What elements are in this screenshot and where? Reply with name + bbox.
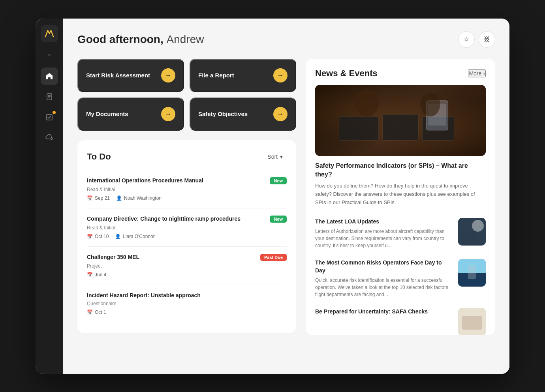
todo-item-1-title: International Operations Procedures Manu… [87, 177, 265, 184]
todo-item-2-date: 📅 Oct 10 [87, 234, 109, 239]
todo-item-3-meta: 📅 Jun 4 [87, 272, 287, 278]
greeting-bold: Good afternoon, [77, 33, 164, 45]
todo-header: To Do Sort ▾ [87, 151, 287, 162]
todo-item-2-meta: 📅 Oct 10 👤 Liam O'Connor [87, 234, 287, 239]
svg-point-11 [355, 88, 378, 116]
svg-point-14 [472, 220, 484, 232]
news-item-1-thumbnail [458, 218, 486, 246]
sidebar: » [36, 19, 63, 374]
todo-item-2: Company Directive: Change to nighttime r… [87, 208, 287, 247]
start-risk-label: Start Risk Assessment [86, 72, 150, 79]
news-more-label: More [469, 70, 481, 77]
chevron-right-icon: › [483, 70, 485, 77]
sort-button[interactable]: Sort ▾ [263, 151, 287, 162]
news-item-1-content: The Latest LOA Updates Letters of Author… [315, 218, 453, 249]
sidebar-item-cloud[interactable] [41, 129, 58, 146]
news-header: News & Events More › [315, 68, 486, 79]
todo-item-3-title: Challenger 350 MEL [87, 254, 256, 260]
cockpit-illustration [315, 85, 486, 156]
todo-item-3-badge: Past Due [260, 254, 287, 261]
news-item-1[interactable]: The Latest LOA Updates Letters of Author… [315, 213, 486, 255]
file-report-button[interactable]: File a Report → [190, 59, 296, 92]
todo-item-2-header: Company Directive: Change to nighttime r… [87, 216, 287, 223]
file-report-arrow: → [273, 68, 288, 83]
left-column: Start Risk Assessment → File a Report → … [77, 59, 296, 335]
todo-item-3-date-value: Jun 4 [95, 272, 106, 278]
my-documents-arrow: → [161, 107, 175, 121]
svg-rect-15 [460, 232, 476, 244]
svg-point-12 [420, 92, 440, 116]
featured-article-title: Safety Performance Indicators (or SPIs) … [315, 161, 486, 179]
safety-objectives-button[interactable]: Safety Objectives → [190, 98, 296, 131]
person-icon: 👤 [116, 195, 122, 201]
todo-item-2-person-name: Liam O'Connor [123, 234, 154, 239]
link-button[interactable]: ⛓ [479, 31, 495, 48]
todo-title: To Do [87, 152, 111, 162]
safety-objectives-label: Safety Objectives [198, 111, 248, 117]
header-actions: ☆ ⛓ [458, 31, 495, 48]
svg-rect-6 [339, 116, 378, 140]
sidebar-expand-button[interactable]: » [41, 49, 58, 61]
todo-item-4: Incident Hazard Report: Unstable approac… [87, 285, 287, 322]
todo-item-4-header: Incident Hazard Report: Unstable approac… [87, 292, 287, 298]
my-documents-button[interactable]: My Documents → [77, 98, 184, 131]
start-risk-assessment-button[interactable]: Start Risk Assessment → [77, 59, 184, 92]
news-card: News & Events More › [306, 59, 495, 335]
svg-rect-18 [468, 265, 476, 279]
todo-item-3-type: Project [87, 263, 287, 269]
todo-item-3-header: Challenger 350 MEL Past Due [87, 254, 287, 261]
greeting: Good afternoon, Andrew [77, 33, 204, 46]
todo-item-2-type: Read & Initial [87, 225, 287, 231]
featured-article-image [315, 85, 486, 156]
link-icon: ⛓ [484, 36, 490, 43]
todo-card: To Do Sort ▾ International Operations Pr… [77, 140, 296, 333]
news-item-2-content: The Most Common Risks Operators Face Day… [315, 259, 453, 298]
todo-item-1-person-name: Noah Washington [124, 195, 162, 201]
todo-item-1-date-value: Sep 21 [95, 195, 110, 201]
todo-item-1-person: 👤 Noah Washington [116, 195, 162, 201]
calendar-icon-2: 📅 [87, 234, 93, 239]
file-report-label: File a Report [198, 72, 234, 79]
todo-item-2-badge: New [270, 216, 287, 223]
main-content: Good afternoon, Andrew ☆ ⛓ Start Risk As… [63, 19, 509, 374]
news-item-3[interactable]: Be Prepared for Uncertainty: SAFA Checks [315, 303, 486, 335]
featured-article-desc: How do you define them? How do they help… [315, 182, 486, 206]
todo-item-1-date: 📅 Sep 21 [87, 195, 110, 201]
sort-chevron-icon: ▾ [280, 154, 283, 160]
news-item-3-content: Be Prepared for Uncertainty: SAFA Checks [315, 308, 453, 318]
star-icon: ☆ [464, 36, 469, 43]
calendar-icon-3: 📅 [87, 272, 93, 278]
svg-rect-20 [462, 316, 482, 330]
news-item-1-title: The Latest LOA Updates [315, 218, 453, 226]
news-section-title: News & Events [315, 68, 378, 79]
sort-label: Sort [267, 154, 278, 160]
news-more-button[interactable]: More › [468, 69, 486, 77]
todo-item-1-meta: 📅 Sep 21 👤 Noah Washington [87, 195, 287, 201]
svg-rect-7 [383, 114, 418, 140]
sidebar-item-home[interactable] [41, 68, 58, 85]
news-item-2[interactable]: The Most Common Risks Operators Face Day… [315, 254, 486, 303]
news-item-3-title: Be Prepared for Uncertainty: SAFA Checks [315, 308, 453, 316]
star-button[interactable]: ☆ [458, 31, 475, 48]
sidebar-item-documents[interactable] [41, 88, 58, 105]
news-item-2-thumbnail [458, 259, 486, 287]
todo-item-1-type: Read & Initial [87, 187, 287, 192]
todo-item-1-badge: New [270, 177, 287, 184]
page-header: Good afternoon, Andrew ☆ ⛓ [77, 31, 495, 48]
safety-objectives-arrow: → [273, 107, 288, 121]
sidebar-item-tasks[interactable] [41, 109, 58, 126]
person-icon-2: 👤 [115, 234, 121, 239]
todo-item-1-header: International Operations Procedures Manu… [87, 177, 287, 184]
todo-item-2-title: Company Directive: Change to nighttime r… [87, 216, 265, 222]
todo-item-4-date: 📅 Oct 1 [87, 309, 106, 315]
todo-item-4-meta: 📅 Oct 1 [87, 309, 287, 315]
todo-item-3-date: 📅 Jun 4 [87, 272, 106, 278]
svg-rect-4 [47, 114, 52, 120]
calendar-icon: 📅 [87, 195, 93, 201]
calendar-icon-4: 📅 [87, 309, 93, 315]
app-logo[interactable] [41, 25, 58, 42]
content-grid: Start Risk Assessment → File a Report → … [77, 59, 495, 335]
notification-badge [53, 111, 56, 114]
todo-item-4-title: Incident Hazard Report: Unstable approac… [87, 292, 282, 298]
todo-item-1: International Operations Procedures Manu… [87, 170, 287, 208]
